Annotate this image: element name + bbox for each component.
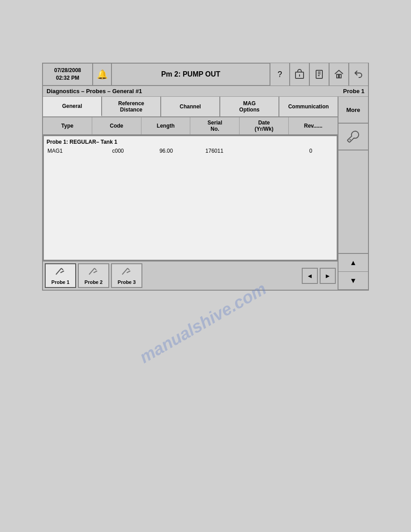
tools-button[interactable] [338, 124, 368, 150]
cell-type: MAG1 [46, 147, 94, 155]
breadcrumb-row: Diagnostics – Probes – General #1 Probe … [43, 86, 368, 97]
bottom-tab-probe3[interactable]: Probe 3 [111, 263, 142, 288]
svg-line-9 [61, 268, 63, 270]
watermark: manualshive.com [137, 279, 270, 367]
svg-rect-7 [339, 74, 341, 78]
probe3-label: Probe 3 [118, 279, 136, 285]
col-rev: Rev...... [289, 117, 338, 134]
header-title: Pm 2: PUMP OUT [112, 70, 270, 78]
data-body: Probe 1: REGULAR– Tank 1 MAG1 c000 96.00… [43, 135, 338, 261]
tab-general[interactable]: General [43, 97, 102, 116]
svg-line-17 [350, 139, 351, 140]
cell-code: c000 [94, 147, 142, 155]
data-column-headers: Type Code Length SerialNo. Date(Yr/Wk) R… [43, 117, 338, 135]
down-arrow-btn[interactable]: ▼ [338, 272, 368, 290]
col-type: Type [43, 117, 92, 134]
header: 07/28/2008 02:32 PM 🔔 Pm 2: PUMP OUT ? [43, 64, 368, 86]
table-row: MAG1 c000 96.00 176011 0 [46, 146, 335, 156]
clipboard-icon[interactable] [309, 63, 329, 86]
probe2-icon [87, 266, 100, 279]
probe1-label: Probe 1 [51, 279, 69, 285]
row-title: Probe 1: REGULAR– Tank 1 [46, 138, 335, 146]
bottom-tab-probe1[interactable]: Probe 1 [45, 263, 76, 288]
col-date: Date(Yr/Wk) [240, 117, 289, 134]
col-serial: SerialNo. [190, 117, 240, 134]
tab-channel[interactable]: Channel [161, 97, 220, 116]
probe2-label: Probe 2 [85, 279, 103, 285]
probe-label: Probe 1 [343, 88, 364, 94]
probe1-icon [54, 266, 67, 279]
svg-line-13 [94, 271, 97, 273]
svg-line-8 [56, 268, 61, 275]
cell-serial: 176011 [190, 147, 239, 155]
right-sidebar: More ▲ ▼ [338, 97, 368, 290]
home-icon[interactable] [329, 63, 348, 86]
time-text: 02:32 PM [56, 75, 79, 81]
svg-line-11 [89, 268, 94, 275]
right-arrow-btn[interactable]: ► [320, 268, 336, 284]
bell-icon[interactable]: 🔔 [92, 63, 112, 86]
content-area: General ReferenceDistance Channel MAGOpt… [43, 97, 368, 290]
svg-rect-6 [337, 74, 338, 78]
cell-date [239, 147, 287, 155]
tab-row: General ReferenceDistance Channel MAGOpt… [43, 97, 338, 117]
svg-line-16 [127, 271, 130, 273]
tab-mag-options[interactable]: MAGOptions [220, 97, 279, 116]
col-length: Length [141, 117, 191, 134]
bottom-tabs: Probe 1 Probe 2 [43, 261, 338, 290]
more-button[interactable]: More [338, 97, 368, 124]
breadcrumb: Diagnostics – Probes – General #1 [47, 88, 142, 94]
up-arrow-btn[interactable]: ▲ [338, 254, 368, 272]
bottom-tab-probe2[interactable]: Probe 2 [78, 263, 109, 288]
back-icon[interactable] [348, 63, 368, 86]
cell-length: 96.00 [142, 147, 190, 155]
svg-line-10 [60, 271, 64, 273]
nav-arrows: ◄ ► [302, 268, 336, 284]
datetime: 07/28/2008 02:32 PM [43, 65, 92, 84]
svg-line-15 [128, 268, 129, 270]
left-panel: General ReferenceDistance Channel MAGOpt… [43, 97, 338, 290]
cell-rev: 0 [287, 147, 335, 155]
tab-communication[interactable]: Communication [279, 97, 338, 116]
sidebar-nav-group: ▲ ▼ [338, 253, 368, 290]
date-text: 07/28/2008 [54, 67, 81, 73]
svg-line-14 [122, 268, 128, 275]
col-code: Code [92, 117, 141, 134]
tab-reference-distance[interactable]: ReferenceDistance [102, 97, 161, 116]
left-arrow-btn[interactable]: ◄ [302, 268, 318, 284]
help-icon[interactable]: ? [270, 63, 289, 86]
probe3-icon [120, 266, 133, 279]
svg-line-12 [94, 268, 96, 270]
package-icon[interactable] [289, 63, 309, 86]
header-icons: ? [270, 63, 368, 86]
